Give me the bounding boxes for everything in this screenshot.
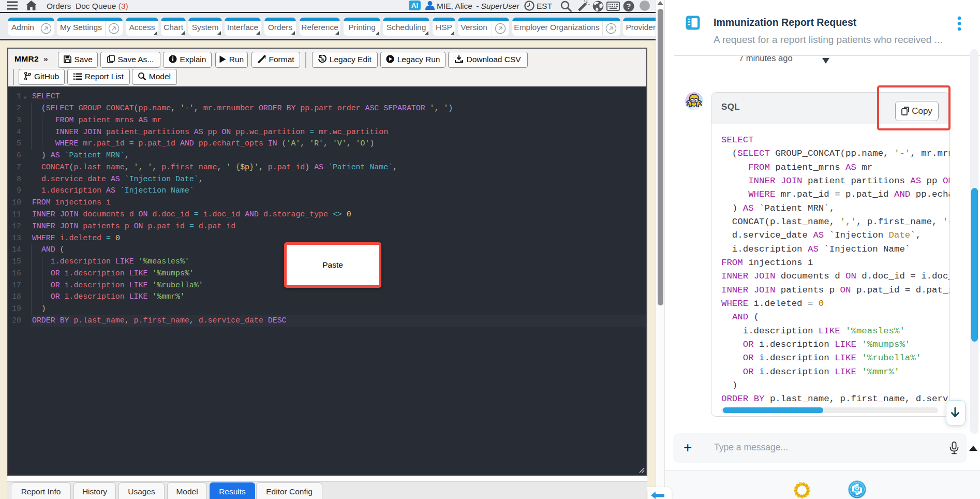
svg-text:5: 5 [321,56,324,62]
svg-text:?: ? [627,2,631,10]
